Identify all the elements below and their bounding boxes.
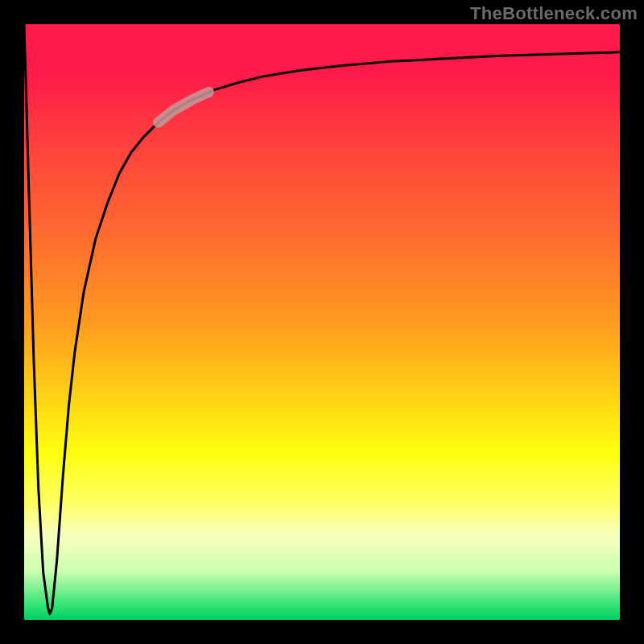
curve-layer — [24, 24, 620, 620]
watermark-label: TheBottleneck.com — [470, 3, 638, 24]
highlight-segment — [159, 92, 209, 122]
bottleneck-curve — [24, 24, 620, 614]
chart-frame: TheBottleneck.com — [0, 0, 644, 644]
plot-area — [24, 24, 620, 620]
